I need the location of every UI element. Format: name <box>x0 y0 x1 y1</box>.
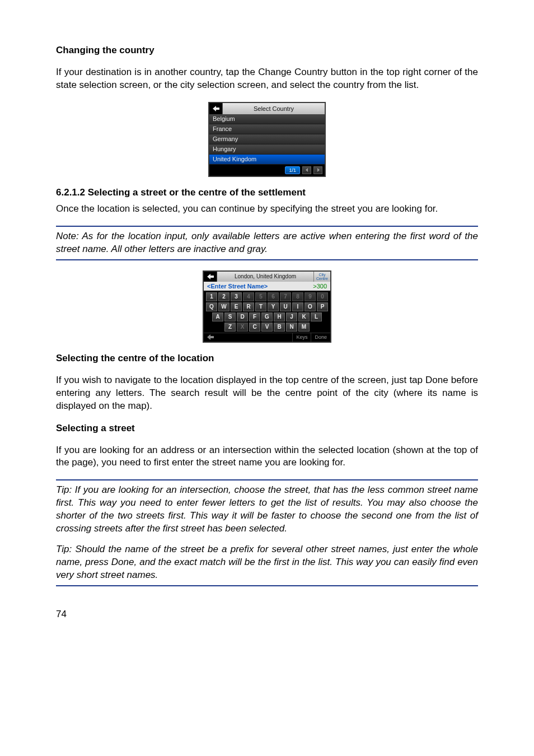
key-2[interactable]: 2 <box>218 292 229 301</box>
divider <box>56 479 478 480</box>
key-7: 7 <box>280 292 291 301</box>
page-number: 74 <box>56 609 478 620</box>
tip-intersection: Tip: If you are looking for an intersect… <box>56 484 478 535</box>
key-8: 8 <box>292 292 303 301</box>
done-button[interactable]: Done <box>311 333 330 342</box>
key-q[interactable]: Q <box>206 302 217 311</box>
select-country-title: Select Country <box>223 103 325 114</box>
key-t[interactable]: T <box>255 302 266 311</box>
key-y[interactable]: Y <box>268 302 279 311</box>
key-3[interactable]: 3 <box>231 292 242 301</box>
key-e[interactable]: E <box>231 302 242 311</box>
paragraph-section-intro: Once the location is selected, you can c… <box>56 203 478 216</box>
key-p[interactable]: P <box>317 302 328 311</box>
tip-prefix: Tip: Should the name of the street be a … <box>56 543 478 582</box>
heading-changing-country: Changing the country <box>56 45 478 56</box>
next-page-button[interactable] <box>313 166 322 174</box>
key-r[interactable]: R <box>243 302 254 311</box>
key-c[interactable]: C <box>249 323 260 332</box>
key-0: 0 <box>317 292 328 301</box>
country-row[interactable]: France <box>209 124 325 134</box>
key-k[interactable]: K <box>298 312 310 321</box>
country-row[interactable]: United Kingdom <box>209 155 325 165</box>
country-row[interactable]: Hungary <box>209 144 325 155</box>
key-a[interactable]: A <box>212 312 223 321</box>
key-n[interactable]: N <box>286 323 297 332</box>
key-z[interactable]: Z <box>224 323 236 332</box>
key-h[interactable]: H <box>274 312 285 321</box>
key-s[interactable]: S <box>224 312 236 321</box>
divider <box>56 585 478 586</box>
key-m[interactable]: M <box>298 323 310 332</box>
back-icon[interactable] <box>209 103 223 114</box>
key-o[interactable]: O <box>305 302 316 311</box>
key-g[interactable]: G <box>261 312 273 321</box>
page-indicator: 1/1 <box>285 166 300 174</box>
prev-page-button[interactable] <box>302 166 311 174</box>
back-icon[interactable] <box>204 272 217 282</box>
paragraph-changing-country: If your destination is in another countr… <box>56 66 478 92</box>
key-4: 4 <box>243 292 254 301</box>
key-l[interactable]: L <box>311 312 322 321</box>
back-icon[interactable] <box>204 333 217 342</box>
keyboard-screenshot: London, United Kingdom City Centre <Ente… <box>203 270 331 343</box>
key-x: X <box>237 323 248 332</box>
key-6: 6 <box>268 292 279 301</box>
keyboard-title: London, United Kingdom <box>217 272 313 282</box>
heading-section-6-2-1-2: 6.2.1.2 Selecting a street or the centre… <box>56 187 478 198</box>
input-placeholder: <Enter Street Name> <box>207 283 268 290</box>
note-letters: Note: As for the location input, only av… <box>56 230 478 256</box>
keys-button[interactable]: Keys <box>292 333 311 342</box>
street-name-input[interactable]: <Enter Street Name> >300 <box>204 282 330 291</box>
city-centre-button[interactable]: City Centre <box>313 272 330 282</box>
key-j[interactable]: J <box>286 312 297 321</box>
country-row[interactable]: Germany <box>209 134 325 144</box>
key-9: 9 <box>305 292 316 301</box>
select-country-screenshot: Select Country BelgiumFranceGermanyHunga… <box>208 102 326 177</box>
key-i[interactable]: I <box>292 302 303 311</box>
country-row[interactable]: Belgium <box>209 114 325 124</box>
heading-select-street: Selecting a street <box>56 423 478 434</box>
key-b[interactable]: B <box>274 323 285 332</box>
key-f[interactable]: F <box>249 312 260 321</box>
paragraph-select-street: If you are looking for an address or an … <box>56 444 478 470</box>
paragraph-select-centre: If you wish to navigate to the location … <box>56 374 478 413</box>
key-1[interactable]: 1 <box>206 292 217 301</box>
divider <box>56 226 478 227</box>
result-count: >300 <box>313 283 327 290</box>
key-v[interactable]: V <box>261 323 273 332</box>
key-w[interactable]: W <box>218 302 229 311</box>
key-u[interactable]: U <box>280 302 291 311</box>
key-d[interactable]: D <box>237 312 248 321</box>
heading-select-centre: Selecting the centre of the location <box>56 353 478 364</box>
key-5: 5 <box>255 292 266 301</box>
divider <box>56 259 478 260</box>
